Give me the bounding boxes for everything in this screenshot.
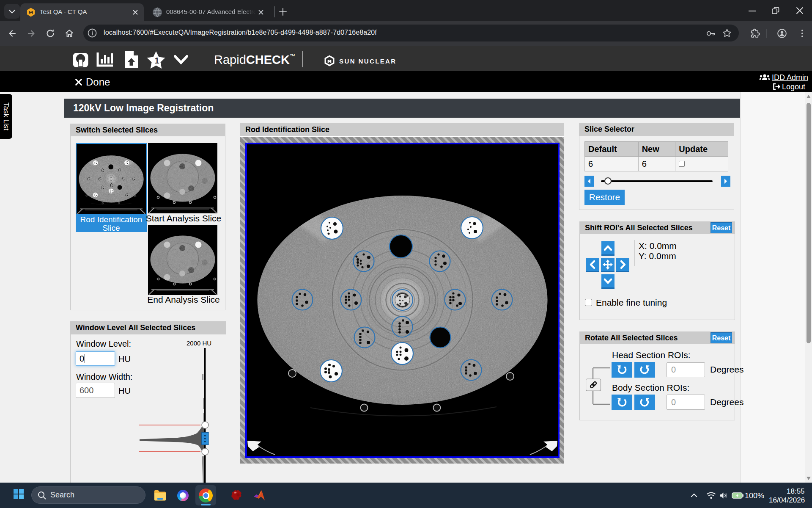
svg-text:1: 1 [154,56,159,65]
